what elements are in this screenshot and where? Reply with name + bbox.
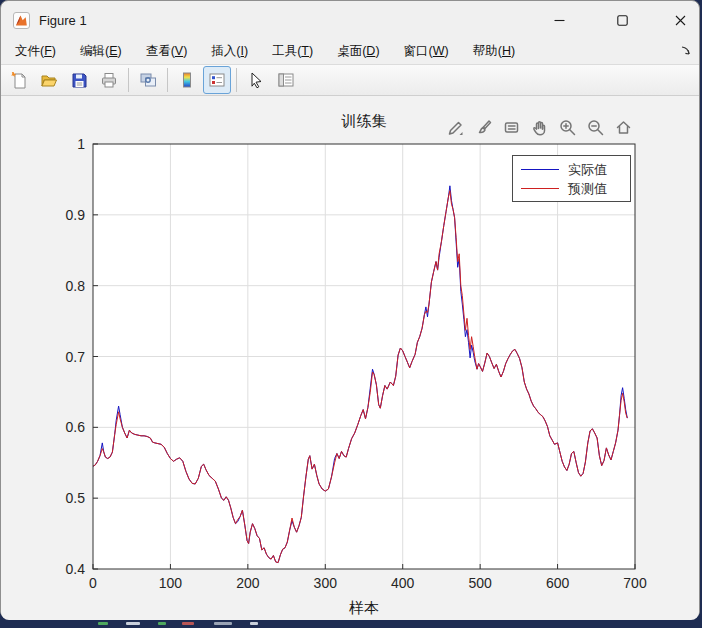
maximize-button[interactable] [600,1,644,39]
figure-toolbar [1,65,699,96]
taskbar-speck [182,622,194,625]
x-tick-label: 200 [236,575,260,591]
legend-icon [208,71,226,89]
colorbar-icon [178,71,196,89]
x-tick-label: 600 [546,575,570,591]
x-axis-label: 样本 [93,599,635,618]
y-tick-label: 0.8 [66,278,86,294]
title-bar: Figure 1 [1,1,699,39]
property-inspector-icon [277,71,295,89]
figure-canvas: 训练集 [1,96,699,620]
save-figure-button[interactable] [65,66,93,94]
figure-window: Figure 1 文件(F)编辑(E)查看(V)插入(I)工具(T)桌面(D)窗… [0,0,700,619]
print-figure-button[interactable] [95,66,123,94]
legend-entry: 预测值 [513,179,630,198]
taskbar-speck [250,622,258,625]
x-tick-label: 300 [314,575,338,591]
taskbar-speck [158,622,166,625]
taskbar-speck [214,622,232,625]
legend-line-sample [521,169,559,170]
y-tick-label: 0.4 [66,561,86,577]
insert-legend-button[interactable] [203,66,231,94]
menu-item-file[interactable]: 文件(F) [5,40,66,63]
y-tick-label: 0.9 [66,207,86,223]
x-tick-label: 700 [623,575,647,591]
link-plot-icon [139,71,157,89]
save-floppy-icon [70,71,88,89]
y-tick-label: 0.5 [66,490,86,506]
new-document-icon [10,71,28,89]
minimize-button[interactable] [537,1,581,39]
menu-item-help[interactable]: 帮助(H) [463,40,525,63]
toolbar-separator [167,68,168,92]
insert-colorbar-button[interactable] [173,66,201,94]
menu-items: 文件(F)编辑(E)查看(V)插入(I)工具(T)桌面(D)窗口(W)帮助(H) [1,40,525,63]
printer-icon [100,71,118,89]
menu-item-desktop[interactable]: 桌面(D) [327,40,389,63]
legend-label: 预测值 [568,180,607,198]
close-button[interactable] [658,1,702,39]
menu-item-insert[interactable]: 插入(I) [201,40,258,63]
menu-item-window[interactable]: 窗口(W) [394,40,459,63]
legend-box[interactable]: 实际值 预测值 [512,155,631,202]
open-file-button[interactable] [35,66,63,94]
open-folder-icon [40,71,58,89]
window-title: Figure 1 [39,13,87,28]
matlab-figure-icon [13,12,30,29]
y-tick-label: 1 [77,136,85,152]
x-tick-label: 500 [468,575,492,591]
taskbar-speck [126,622,140,625]
toolbar-separator [128,68,129,92]
menu-item-edit[interactable]: 编辑(E) [70,40,132,63]
menu-bar: 文件(F)编辑(E)查看(V)插入(I)工具(T)桌面(D)窗口(W)帮助(H) [1,39,699,65]
dock-figure-arrow-icon[interactable] [679,44,692,57]
y-tick-label: 0.6 [66,419,86,435]
x-tick-label: 0 [89,575,97,591]
new-figure-button[interactable] [5,66,33,94]
taskbar-speck [98,622,108,625]
menu-item-view[interactable]: 查看(V) [136,40,198,63]
y-tick-label: 0.7 [66,349,86,365]
legend-line-sample [521,188,559,189]
menu-item-tools[interactable]: 工具(T) [262,40,323,63]
legend-entry: 实际值 [513,160,630,179]
link-plot-button[interactable] [134,66,162,94]
edit-plot-button[interactable] [242,66,270,94]
x-tick-label: 100 [159,575,183,591]
arrow-cursor-icon [247,71,265,89]
toolbar-separator [236,68,237,92]
legend-label: 实际值 [568,161,607,179]
x-tick-label: 400 [391,575,415,591]
property-inspector-button[interactable] [272,66,300,94]
